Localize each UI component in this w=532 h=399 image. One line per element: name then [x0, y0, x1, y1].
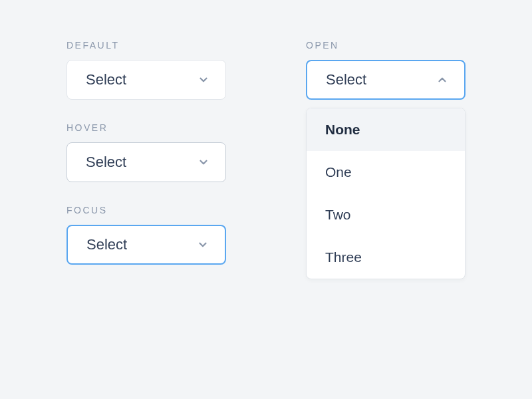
dropdown-menu: None One Two Three — [306, 108, 466, 279]
select-default[interactable]: Select — [66, 60, 226, 100]
focus-group: FOCUS Select — [66, 205, 226, 265]
dropdown-option[interactable]: None — [307, 108, 465, 151]
dropdown-option[interactable]: Two — [307, 194, 465, 236]
state-label-focus: FOCUS — [66, 205, 226, 215]
chevron-down-icon — [198, 156, 209, 168]
open-group: OPEN Select None One Two Three — [306, 40, 466, 100]
default-group: DEFAULT Select — [66, 40, 226, 100]
state-label-hover: HOVER — [66, 122, 226, 133]
left-column: DEFAULT Select HOVER Select FOCUS Select — [66, 40, 226, 287]
select-hover[interactable]: Select — [66, 142, 226, 182]
select-focus[interactable]: Select — [66, 225, 226, 265]
hover-group: HOVER Select — [66, 122, 226, 182]
dropdown-option[interactable]: Three — [307, 236, 465, 279]
state-label-open: OPEN — [306, 40, 466, 51]
state-label-default: DEFAULT — [66, 40, 226, 51]
select-value: Select — [86, 236, 127, 253]
chevron-down-icon — [197, 239, 209, 251]
chevron-up-icon — [436, 74, 448, 86]
select-value: Select — [86, 154, 126, 171]
select-open[interactable]: Select — [306, 60, 466, 100]
dropdown-option[interactable]: One — [307, 151, 465, 194]
chevron-down-icon — [198, 74, 209, 86]
select-value: Select — [86, 71, 126, 88]
select-value: Select — [326, 71, 366, 88]
right-column: OPEN Select None One Two Three — [306, 40, 466, 287]
